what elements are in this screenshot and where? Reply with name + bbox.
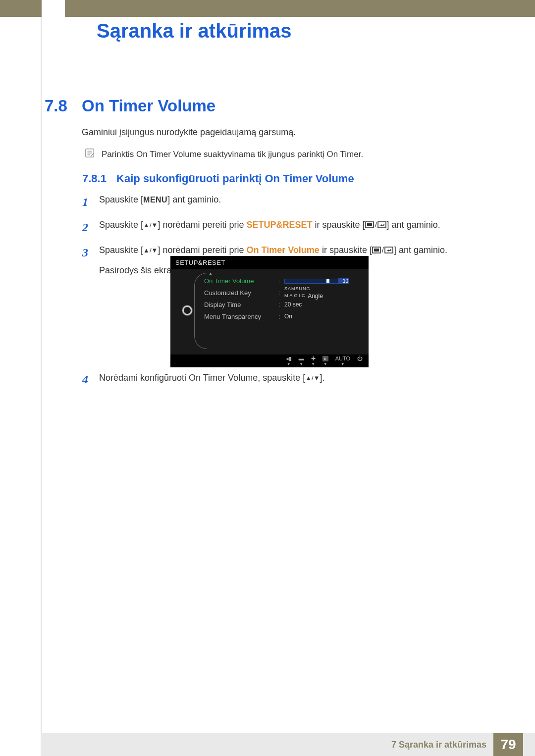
note-text: Parinktis On Timer Volume suaktyvinama t… — [82, 144, 490, 165]
t: Norėdami konfigūruoti — [99, 373, 189, 383]
t: Spauskite [ — [99, 220, 143, 230]
source-enter-icon: / — [365, 220, 387, 234]
source-enter-icon: / — [372, 245, 394, 259]
t: Spauskite [ — [99, 195, 143, 204]
note-pre: Parinktis — [102, 150, 136, 159]
t: ir spauskite [ — [320, 245, 372, 255]
note-post: . — [361, 150, 363, 159]
osd-label: On Timer Volume — [204, 277, 278, 285]
footer-text: 7 Sąranka ir atkūrimas — [391, 740, 486, 750]
top-bar — [0, 0, 535, 17]
t: ] norėdami pereiti prie — [158, 220, 246, 230]
menu-button-label: MENU — [143, 196, 167, 204]
left-rule — [41, 17, 42, 733]
osd-body: On Timer Volume : 10 Customized Key : SA… — [170, 269, 369, 354]
note-kw2: On Timer — [326, 150, 361, 159]
up-down-arrows-icon: ▲/▼ — [305, 374, 320, 382]
svg-rect-5 — [367, 223, 372, 226]
osd-row-on-timer-volume: On Timer Volume : 10 — [204, 275, 362, 287]
osd-minus-icon: ▬▼ — [299, 356, 304, 366]
chapter-title: Sąranka ir atkūrimas — [97, 20, 292, 42]
magic-text: MAGIC — [284, 293, 307, 298]
intro-text: Gaminiui įsijungus nurodykite pageidauja… — [82, 127, 296, 138]
svg-text:/: / — [375, 221, 377, 229]
page-footer: 7 Sąranka ir atkūrimas 79 — [41, 733, 535, 756]
volume-value: 10 — [338, 278, 349, 284]
step-number: 3 — [82, 244, 99, 262]
t: ] norėdami pereiti prie — [158, 245, 246, 255]
osd-row-display-time: Display Time : 20 sec — [204, 299, 362, 310]
note-kw1: On Timer Volume — [136, 150, 201, 159]
osd-screenshot: SETUP&RESET ▲ On Timer Volume : 10 Custo… — [170, 256, 369, 367]
osd-back-icon: ◂▮▼ — [286, 356, 292, 366]
t: ] ant gaminio. — [394, 245, 447, 255]
osd-footer: ◂▮▼ ▬▼ ✚▼ ▸▼ AUTO▼ ⏻▼ — [170, 354, 369, 367]
section-number: 7.8 — [45, 97, 67, 115]
kw: On Timer Volume — [247, 245, 320, 255]
osd-row-customized-key: Customized Key : SAMSUNGMAGIC Angle — [204, 287, 362, 299]
osd-power-icon: ⏻▼ — [357, 356, 363, 366]
step-number: 2 — [82, 218, 99, 237]
step-number: 4 — [82, 373, 99, 386]
up-down-arrows-icon: ▲/▼ — [143, 221, 158, 229]
t: ] ant gaminio. — [167, 195, 221, 204]
osd-value: Angle — [307, 293, 323, 300]
step-number: 1 — [82, 193, 99, 211]
section-title: On Timer Volume — [82, 97, 215, 115]
osd-value: On — [284, 313, 362, 320]
up-down-arrows-icon: ▲/▼ — [143, 247, 158, 254]
note-mid: suaktyvinama tik įjungus parinktį — [201, 150, 326, 159]
kw: SETUP&RESET — [247, 220, 313, 230]
osd-title: SETUP&RESET — [170, 256, 369, 269]
t: Spauskite [ — [99, 245, 143, 255]
osd-label: Menu Transparency — [204, 313, 278, 320]
svg-rect-9 — [374, 249, 379, 252]
svg-text:/: / — [382, 246, 384, 254]
osd-label: Customized Key — [204, 289, 278, 297]
osd-label: Display Time — [204, 301, 278, 308]
kw: On Timer Volume — [189, 373, 258, 383]
samsung-text: SAMSUNG — [284, 286, 311, 291]
t: , spauskite [ — [258, 373, 305, 383]
osd-plus-icon: ✚▼ — [311, 356, 316, 366]
subsection-heading: 7.8.1 Kaip sukonfigūruoti parinktį On Ti… — [82, 172, 354, 185]
t: ]. — [320, 373, 325, 383]
osd-enter-icon: ▸▼ — [322, 356, 328, 366]
volume-slider — [284, 279, 339, 284]
subsection-number: 7.8.1 — [82, 172, 107, 185]
step-4: 4 Norėdami konfigūruoti On Timer Volume,… — [82, 373, 490, 386]
step-1: 1 Spauskite [MENU] ant gaminio. — [82, 193, 490, 211]
t: ] ant gaminio. — [387, 220, 440, 230]
step-2: 2 Spauskite [▲/▼] norėdami pereiti prie … — [82, 218, 490, 237]
subsection-title: Kaip sukonfigūruoti parinktį On Timer Vo… — [116, 172, 354, 185]
corner-square — [42, 0, 65, 17]
osd-value: 20 sec — [284, 301, 362, 308]
t: ir spauskite [ — [313, 220, 365, 230]
osd-row-menu-transparency: Menu Transparency : On — [204, 310, 362, 322]
page-number: 79 — [493, 733, 523, 756]
osd-auto-label: AUTO▼ — [335, 356, 350, 366]
